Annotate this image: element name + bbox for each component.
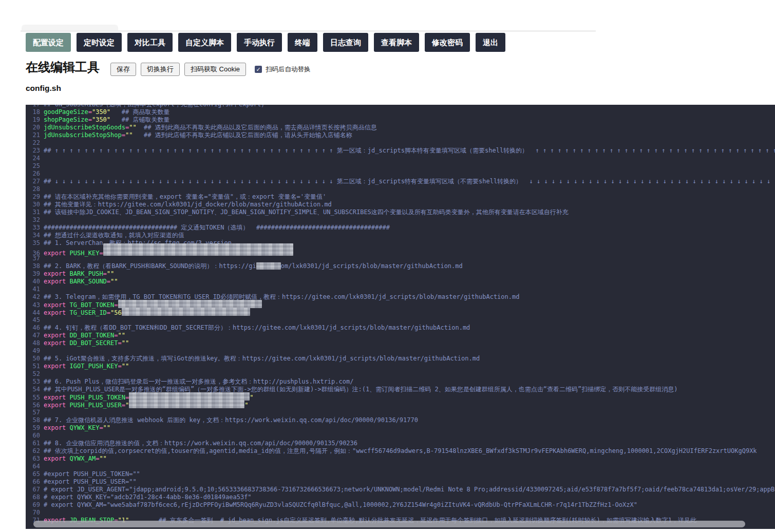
horizontal-scrollbar-thumb[interactable] (33, 521, 745, 527)
auto-replace-checkbox[interactable]: ✓ (255, 66, 262, 73)
code-line[interactable]: 51export IGOT_PUSH_KEY="" (26, 363, 775, 370)
code-line[interactable]: 57 (26, 409, 775, 416)
nav-button-手动执行[interactable]: 手动执行 (237, 33, 282, 52)
nav-button-定时设定[interactable]: 定时设定 (77, 33, 122, 52)
code-token: ## 2. BARK，教程（看BARK_PUSH和BARK_SOUND的说明）：… (44, 262, 256, 270)
divider (21, 30, 596, 32)
line-number: 34 (26, 232, 44, 239)
code-line[interactable]: 66#export PUSH_PLUS_USER="" (26, 478, 775, 486)
code-content: 17## UN_SUBSCRIBES（选填，由脚本去export，无需在conf… (26, 105, 775, 524)
code-line[interactable]: 24 (26, 155, 775, 162)
toolbar-button-保存[interactable]: 保存 (110, 63, 136, 76)
code-line[interactable]: 63export QYWX_AM="" (26, 455, 775, 463)
code-line[interactable]: 30## 其他变量详见：https://gitee.com/lxk0301/jd… (26, 201, 775, 208)
code-line[interactable]: 22 (26, 139, 775, 147)
code-token: DD_BOT_TOKEN (70, 332, 115, 339)
nav-button-查看脚本[interactable]: 查看脚本 (374, 33, 419, 52)
code-line[interactable]: 32 (26, 216, 775, 224)
code-line[interactable]: 23## ↑ ↑ ↑ ↑ ↑ ↑ ↑ ↑ ↑ ↑ ↑ ↑ ↑ ↑ ↑ ↑ ↑ ↑… (26, 147, 775, 155)
nav-button-自定义脚本[interactable]: 自定义脚本 (178, 33, 231, 52)
code-line[interactable]: 37 (26, 255, 775, 262)
nav-button-终端[interactable]: 终端 (288, 33, 317, 52)
code-token: export (44, 309, 70, 316)
code-line[interactable]: 62## 依次填上corpid的值,corpsecret的值,touser的值,… (26, 447, 775, 455)
nav-button-退出[interactable]: 退出 (476, 33, 505, 52)
toolbar-button-扫码获取 Cookie[interactable]: 扫码获取 Cookie (184, 63, 246, 76)
code-token: jdUnsubscribeStopGoods (44, 124, 125, 131)
code-line[interactable]: 61## 8. 企业微信应用消息推送的值，文档：https://work.wei… (26, 440, 775, 447)
code-line[interactable]: 67# export JD_USER_AGENT="jdapp;android;… (26, 486, 775, 493)
code-line[interactable]: 44export TG_USER_ID="56 (26, 309, 775, 316)
code-token: #################################### 定义通… (44, 224, 390, 231)
code-line[interactable]: 26 (26, 170, 775, 178)
code-token: "350" (92, 116, 110, 123)
line-number: 23 (26, 147, 44, 155)
code-token: = (99, 424, 103, 431)
code-token: = (122, 131, 125, 139)
code-line[interactable]: 48export DD_BOT_SECRET="" (26, 339, 775, 347)
code-line[interactable]: 52 (26, 370, 775, 378)
code-line[interactable]: 34## 想通过什么渠道收取通知，就填入对应渠道的值 (26, 232, 775, 239)
toolbar-button-切换换行[interactable]: 切换换行 (141, 63, 180, 76)
code-line[interactable]: 29## 请在本区域补充其他你需要用到变量，export 变量名="变量值"，或… (26, 193, 775, 201)
code-line[interactable]: 46## 4. 钉钉，教程（看DD_BOT_TOKEN和DD_BOT_SECRE… (26, 324, 775, 332)
code-token: = (99, 250, 103, 257)
code-line[interactable]: 39export BARK_PUSH="" (26, 270, 775, 278)
code-token: QYWX_KEY (70, 424, 100, 431)
line-number: 30 (26, 201, 44, 208)
code-editor[interactable]: 17## UN_SUBSCRIBES（选填，由脚本去export，无需在conf… (26, 105, 775, 529)
code-line[interactable]: 45 (26, 316, 775, 324)
code-line[interactable]: 58## 7. 企业微信机器人消息推送 webhook 后面的 key，文档：h… (26, 416, 775, 424)
code-line[interactable]: 33#################################### 定… (26, 224, 775, 232)
line-number: 38 (26, 262, 44, 270)
code-line[interactable]: 36export PUSH_KEY= (26, 247, 775, 255)
code-token: ## 7. 企业微信机器人消息推送 webhook 后面的 key，文档：htt… (44, 416, 418, 424)
code-line[interactable]: 31## 该链接中除JD_COOKIE、JD_BEAN_SIGN_STOP_NO… (26, 208, 775, 216)
code-line[interactable]: 49 (26, 347, 775, 355)
code-line[interactable]: 20jdUnsubscribeStopGoods="" ## 遇到此商品不再取关… (26, 124, 775, 131)
code-token: ## 遇到此店铺不再取关此店铺以及它后面的店铺，请从头开始输入店铺名称 (133, 131, 352, 139)
line-number: 40 (26, 278, 44, 286)
code-line[interactable]: 41 (26, 286, 775, 293)
code-token: ## ↑ ↑ ↑ ↑ ↑ ↑ ↑ ↑ ↑ ↑ ↑ ↑ ↑ ↑ ↑ ↑ ↑ ↑ ↑… (44, 147, 775, 154)
censored-block (118, 300, 262, 308)
code-line[interactable]: 38## 2. BARK，教程（看BARK_PUSH和BARK_SOUND的说明… (26, 262, 775, 270)
nav-button-日志查询[interactable]: 日志查询 (323, 33, 368, 52)
line-number: 57 (26, 409, 44, 416)
code-token: export (44, 250, 70, 257)
code-line[interactable]: 18goodPageSize="350" ## 商品取关数量 (26, 108, 775, 116)
code-line[interactable]: 59export QYWX_KEY="" (26, 424, 775, 432)
censored-block (129, 400, 244, 408)
code-line[interactable]: 64 (26, 463, 775, 470)
nav-button-对比工具[interactable]: 对比工具 (127, 33, 173, 52)
code-line[interactable]: 27## ↓ ↓ ↓ ↓ ↓ ↓ ↓ ↓ ↓ ↓ ↓ ↓ ↓ ↓ ↓ ↓ ↓ ↓… (26, 178, 775, 185)
code-line[interactable]: 17## UN_SUBSCRIBES（选填，由脚本去export，无需在conf… (26, 105, 775, 108)
code-line[interactable]: 56export PUSH_PLUS_USER="" (26, 401, 775, 409)
code-token: shopPageSize (44, 116, 88, 123)
code-line[interactable]: 40export BARK_SOUND="" (26, 278, 775, 286)
code-line[interactable]: 25 (26, 162, 775, 170)
top-nav: 配置设定定时设定对比工具自定义脚本手动执行终端日志查询查看脚本修改密码退出 (26, 33, 505, 52)
toolbar-buttons: 保存切换换行扫码获取 Cookie (110, 63, 246, 76)
code-line[interactable]: 50## 5. iGot聚合推送，支持多方式推送，填写iGot的推送key。教程… (26, 355, 775, 363)
code-token: = (103, 270, 107, 277)
code-line[interactable]: 68# export QYWX_KEY="adcb27d1-28c4-4abb-… (26, 493, 775, 501)
code-line[interactable]: 69# export QYWX_AM="wwe5abaf787bf6cec6,r… (26, 501, 775, 509)
line-number: 44 (26, 309, 44, 317)
code-line[interactable]: 19shopPageSize="350" ## 店铺取关数量 (26, 116, 775, 124)
nav-button-配置设定[interactable]: 配置设定 (26, 33, 71, 52)
code-token: "" (122, 339, 129, 347)
code-line[interactable]: 70 (26, 509, 775, 517)
code-line[interactable]: 28 (26, 185, 775, 193)
code-line[interactable]: 53## 6. Push Plus，微信扫码登录后一对一推送或一对多推送，参考文… (26, 378, 775, 386)
code-token: ## ↓ ↓ ↓ ↓ ↓ ↓ ↓ ↓ ↓ ↓ ↓ ↓ ↓ ↓ ↓ ↓ ↓ ↓ ↓… (44, 178, 775, 185)
code-line[interactable]: 47export DD_BOT_TOKEN="" (26, 332, 775, 339)
code-token: PUSH_PLUS_TOKEN (70, 394, 125, 401)
line-number: 47 (26, 332, 44, 339)
code-line[interactable]: 65#export PUSH_PLUS_TOKEN="" (26, 470, 775, 478)
nav-button-修改密码[interactable]: 修改密码 (425, 33, 470, 52)
code-token: = (88, 108, 92, 116)
code-line[interactable]: 21jdUnsubscribeStopShop="" ## 遇到此店铺不再取关此… (26, 131, 775, 139)
code-token: DD_BOT_SECRET (70, 339, 118, 347)
code-line[interactable]: 60 (26, 432, 775, 440)
